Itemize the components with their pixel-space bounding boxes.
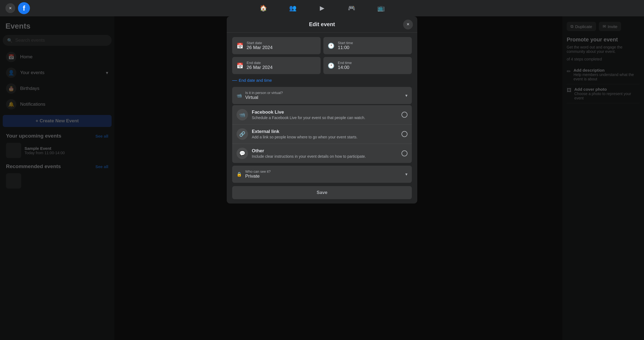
calendar-icon: 📅 [237,42,243,49]
external-link-icon: 🔗 [237,128,248,140]
end-date-link-label: End date and time [239,78,272,83]
who-chevron-icon: ▾ [405,172,407,177]
top-nav-left: × f [5,2,30,14]
top-nav: × f 🏠 👥 ▶ 🎮 📺 [0,0,644,16]
option-other-sub: Include clear instructions in your event… [252,154,398,159]
nav-gaming-icon[interactable]: 🎮 [345,2,358,15]
option-external-link-sub: Add a link so people know where to go wh… [252,135,398,139]
option-external-link[interactable]: 🔗 External link Add a link so people kno… [232,125,412,144]
other-icon: 💬 [237,148,248,159]
option-other[interactable]: 💬 Other Include clear instructions in yo… [232,144,412,163]
start-date-field[interactable]: 📅 Start date 26 Mar 2024 [232,37,321,54]
video-icon: 📹 [237,93,242,98]
virtual-label: Is it in person or virtual? [245,91,283,95]
minus-icon: — [232,77,237,83]
external-link-radio[interactable] [401,131,407,137]
option-other-text: Other Include clear instructions in your… [252,148,398,159]
facebook-live-radio[interactable] [401,112,407,118]
option-other-title: Other [252,148,398,154]
nav-friends-icon[interactable]: 👥 [286,2,299,15]
end-time-label: End time [338,61,352,65]
end-calendar-icon: 📅 [237,62,243,69]
date-time-grid: 📅 Start date 26 Mar 2024 🕐 Start time 11… [232,37,412,74]
close-app-button[interactable]: × [5,3,15,13]
start-time-field[interactable]: 🕐 Start time 11:00 [323,37,412,54]
end-date-value: 26 Mar 2024 [247,65,272,70]
other-radio[interactable] [401,150,407,156]
facebook-live-icon: 📹 [237,109,248,120]
modal-close-button[interactable]: × [403,20,413,29]
end-time-value: 14:00 [338,65,352,70]
start-time-label: Start time [338,41,353,45]
edit-event-modal: Edit event × 📅 Start date 26 Mar 2024 🕐 … [227,16,417,204]
option-facebook-live-title: Facebook Live [252,110,398,115]
nav-video-icon[interactable]: 📺 [374,2,387,15]
chevron-down-icon: ▾ [405,93,407,98]
end-time-field[interactable]: 🕐 End time 14:00 [323,57,412,74]
start-date-value: 26 Mar 2024 [247,45,272,50]
who-value: Private [245,174,402,179]
virtual-options: 📹 Facebook Live Schedule a Facebook Live… [232,105,412,163]
modal-body: 📅 Start date 26 Mar 2024 🕐 Start time 11… [227,33,417,204]
nav-home-icon[interactable]: 🏠 [257,2,270,15]
end-clock-icon: 🕐 [328,62,335,69]
virtual-value: Virtual [245,95,283,100]
who-can-see-dropdown[interactable]: 🔒 Who can see it? Private ▾ [232,166,412,183]
who-label: Who can see it? [245,169,402,174]
clock-icon: 🕐 [328,42,335,49]
top-nav-center: 🏠 👥 ▶ 🎮 📺 [257,2,387,15]
lock-icon: 🔒 [237,172,242,177]
end-date-field[interactable]: 📅 End date 26 Mar 2024 [232,57,321,74]
fb-logo: f [18,2,30,14]
end-date-label: End date [247,61,272,65]
save-button[interactable]: Save [232,186,412,199]
modal-header: Edit event × [227,16,417,33]
option-external-link-text: External link Add a link so people know … [252,129,398,139]
virtual-dropdown[interactable]: 📹 Is it in person or virtual? Virtual ▾ [232,87,412,104]
start-date-label: Start date [247,41,272,45]
option-external-link-title: External link [252,129,398,134]
option-facebook-live-text: Facebook Live Schedule a Facebook Live f… [252,110,398,120]
option-facebook-live[interactable]: 📹 Facebook Live Schedule a Facebook Live… [232,105,412,125]
option-facebook-live-sub: Schedule a Facebook Live for your event … [252,116,398,120]
end-date-link[interactable]: — End date and time [232,77,412,83]
nav-watch-icon[interactable]: ▶ [315,2,329,15]
modal-title: Edit event [309,21,335,28]
start-time-value: 11:00 [338,45,353,50]
